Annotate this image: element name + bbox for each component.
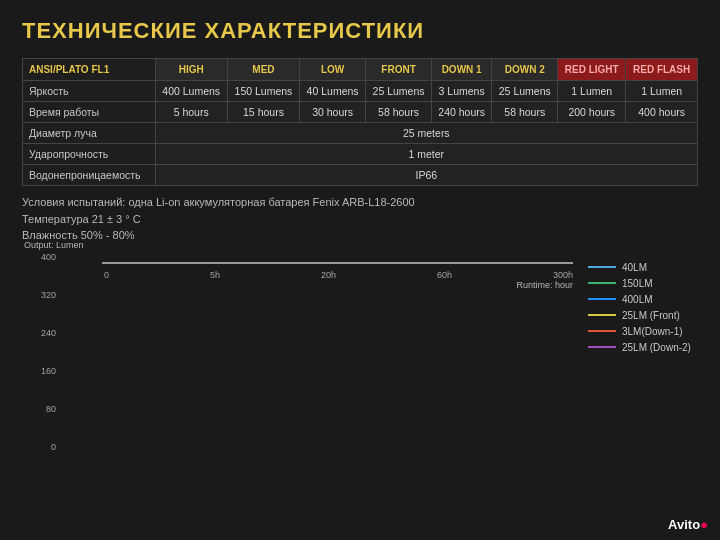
col-header-down2: DOWN 2 <box>492 59 558 81</box>
legend-item-3lm-down1: 3LM(Down-1) <box>588 326 698 337</box>
legend-item-25lm-down2: 25LM (Down-2) <box>588 342 698 353</box>
table-row: Диаметр луча 25 meters <box>23 123 698 144</box>
chart-area: Output: Lumen 0 80 160 240 320 400 <box>22 252 698 452</box>
col-header-high: HIGH <box>155 59 227 81</box>
col-header-low: LOW <box>300 59 366 81</box>
avito-logo: Avito● <box>668 517 708 532</box>
col-header-med: MED <box>227 59 299 81</box>
legend-item-400lm: 400LM <box>588 294 698 305</box>
col-header-front: FRONT <box>366 59 432 81</box>
y-axis: 0 80 160 240 320 400 <box>24 252 56 452</box>
col-header-ansi: ANSI/PLATO FL1 <box>23 59 156 81</box>
table-row: Водонепроницаемость IP66 <box>23 165 698 186</box>
specs-table: ANSI/PLATO FL1 HIGH MED LOW FRONT DOWN 1… <box>22 58 698 186</box>
page-title: ТЕХНИЧЕСКИЕ ХАРАКТЕРИСТИКИ <box>22 18 698 44</box>
col-header-down1: DOWN 1 <box>432 59 492 81</box>
col-header-redlight: RED LIGHT <box>558 59 626 81</box>
table-row: Время работы 5 hours 15 hours 30 hours 5… <box>23 102 698 123</box>
x-axis: 0 5h 20h 60h 300h <box>104 270 573 280</box>
test-conditions: Условия испытаний: одна Li-on аккумулято… <box>22 194 698 244</box>
chart-x-label: Runtime: hour <box>516 280 573 290</box>
chart-legend: 40LM 150LM 400LM 25LM (Front) 3LM(Down-1… <box>588 262 698 452</box>
table-row: Ударопрочность 1 meter <box>23 144 698 165</box>
legend-item-40lm: 40LM <box>588 262 698 273</box>
chart-y-label: Output: Lumen <box>24 240 84 250</box>
legend-item-25lm-front: 25LM (Front) <box>588 310 698 321</box>
col-header-redflash: RED FLASH <box>626 59 698 81</box>
legend-item-150lm: 150LM <box>588 278 698 289</box>
chart-canvas: 0 5h 20h 60h 300h Runtime: hour <box>102 262 573 264</box>
table-row: Яркость 400 Lumens 150 Lumens 40 Lumens … <box>23 81 698 102</box>
